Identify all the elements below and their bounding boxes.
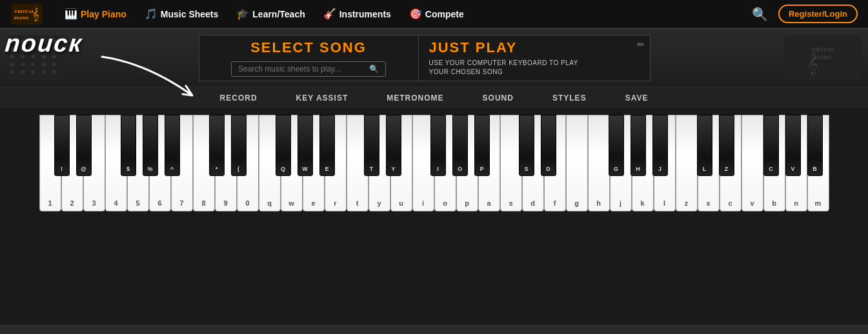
speaker-dot — [10, 39, 14, 43]
speaker-dot — [21, 47, 25, 51]
register-login-button[interactable]: Register/Login — [778, 5, 858, 23]
speaker-dot — [21, 55, 25, 59]
speaker-dot — [21, 70, 25, 74]
toolbar-sound[interactable]: SOUND — [483, 93, 514, 103]
speaker-dot — [52, 55, 56, 59]
speaker-dot — [31, 55, 35, 59]
edit-icon[interactable]: ✏ — [637, 39, 645, 50]
piano-top-bar: SELECT SONG 🔍 JUST PLAY USE YOUR COMPUTE… — [0, 28, 868, 86]
speaker-dot — [31, 39, 35, 43]
black-key[interactable]: H — [631, 115, 646, 176]
black-key[interactable]: $ — [121, 115, 136, 176]
black-key[interactable]: T — [364, 115, 379, 176]
select-song-panel[interactable]: SELECT SONG 🔍 — [199, 35, 418, 81]
black-key[interactable]: P — [474, 115, 490, 176]
search-bar[interactable]: 🔍 — [231, 61, 386, 77]
svg-text:II: II — [823, 69, 827, 74]
black-key[interactable]: B — [807, 115, 823, 176]
black-key[interactable]: ( — [231, 115, 247, 176]
speaker-dot — [52, 39, 56, 43]
white-key[interactable]: z — [676, 115, 698, 211]
black-key[interactable]: L — [697, 115, 712, 176]
nav-item-learn-teach[interactable]: 🎓 Learn/Teach — [228, 4, 312, 24]
toolbar-save[interactable]: SAVE — [625, 93, 649, 103]
music-sheets-icon: 🎵 — [145, 8, 157, 20]
svg-text:PIANO: PIANO — [14, 15, 29, 21]
black-key[interactable]: Q — [276, 115, 291, 176]
nav-item-play-piano[interactable]: 🎹 Play Piano — [57, 4, 134, 24]
nav-logo[interactable]: VIRTUAL PIANO 𝄞 — [10, 3, 44, 26]
learn-icon: 🎓 — [236, 8, 249, 20]
speaker-right: VIRTUAL PIANO 𝄞 II — [784, 35, 862, 81]
instruments-icon: 🎸 — [323, 8, 336, 20]
white-key[interactable]: v — [742, 115, 763, 211]
piano-bottom-border — [0, 325, 868, 334]
compete-icon: 🎯 — [409, 8, 422, 20]
black-key[interactable]: ^ — [165, 115, 180, 176]
nav-right: 🔍 Register/Login — [752, 5, 858, 23]
speaker-dot — [52, 63, 56, 66]
nav-item-instruments[interactable]: 🎸 Instruments — [316, 4, 399, 24]
black-key[interactable]: I — [430, 115, 446, 176]
speaker-dot — [21, 63, 25, 66]
search-bar-icon: 🔍 — [369, 64, 379, 74]
just-play-description: USE YOUR COMPUTER KEYBOARD TO PLAYYOUR C… — [429, 59, 640, 77]
black-key[interactable]: G — [609, 115, 624, 176]
toolbar-record[interactable]: RECORD — [220, 93, 257, 103]
speaker-dot — [42, 55, 46, 59]
speaker-dot — [31, 70, 35, 74]
piano-icon: 🎹 — [65, 8, 77, 20]
speaker-dot — [10, 55, 14, 59]
black-key[interactable]: D — [541, 115, 556, 176]
piano-toolbar: RECORD KEY ASSIST METRONOME SOUND STYLES… — [0, 86, 868, 110]
toolbar-key-assist[interactable]: KEY ASSIST — [296, 93, 348, 103]
black-key[interactable]: E — [319, 115, 335, 176]
speaker-dot — [52, 70, 56, 74]
black-key[interactable]: @ — [76, 115, 92, 176]
piano-keys-container: 1234567890qwertyuiopasdfghjklzxcvbnm!@$%… — [0, 110, 868, 325]
white-key[interactable]: h — [588, 115, 610, 211]
nav-item-music-sheets[interactable]: 🎵 Music Sheets — [137, 4, 226, 24]
speaker-left — [6, 35, 65, 81]
svg-text:𝄞: 𝄞 — [807, 52, 818, 75]
speaker-dot — [42, 39, 46, 43]
just-play-panel[interactable]: JUST PLAY USE YOUR COMPUTER KEYBOARD TO … — [418, 35, 651, 81]
speaker-dot — [31, 63, 35, 66]
black-keys-overlay: !@$%^*(QWETYIOPSDGHJLZCVB — [39, 115, 829, 179]
speaker-dot — [52, 47, 56, 51]
toolbar-metronome[interactable]: METRONOME — [387, 93, 443, 103]
nav-links: 🎹 Play Piano 🎵 Music Sheets 🎓 Learn/Teac… — [57, 4, 752, 24]
black-key[interactable]: S — [519, 115, 534, 176]
black-key[interactable]: C — [763, 115, 779, 176]
black-key[interactable]: O — [452, 115, 468, 176]
speaker-dot — [10, 70, 14, 74]
speaker-dot — [42, 47, 46, 51]
black-key[interactable]: W — [298, 115, 313, 176]
speaker-dot — [31, 47, 35, 51]
keys-wrapper: 1234567890qwertyuiopasdfghjklzxcvbnm!@$%… — [39, 115, 829, 224]
search-input[interactable] — [238, 64, 365, 74]
just-play-title: JUST PLAY — [429, 39, 640, 56]
black-key[interactable]: % — [143, 115, 158, 176]
svg-text:𝄞: 𝄞 — [32, 7, 39, 22]
black-key[interactable]: * — [209, 115, 225, 176]
nav-item-compete[interactable]: 🎯 Compete — [401, 4, 472, 24]
speaker-dot — [42, 63, 46, 66]
select-song-title: SELECT SONG — [250, 39, 367, 56]
logo-icon: VIRTUAL PIANO 𝄞 — [10, 3, 44, 26]
speaker-dot — [42, 70, 46, 74]
navbar: VIRTUAL PIANO 𝄞 🎹 Play Piano 🎵 Music She… — [0, 0, 868, 28]
black-key[interactable]: ! — [54, 115, 70, 176]
black-key[interactable]: Z — [719, 115, 734, 176]
logo-watermark: VIRTUAL PIANO 𝄞 II — [794, 37, 852, 79]
black-key[interactable]: V — [785, 115, 801, 176]
black-key[interactable]: J — [652, 115, 668, 176]
piano-center-controls: SELECT SONG 🔍 JUST PLAY USE YOUR COMPUTE… — [71, 35, 778, 81]
speaker-dot — [10, 47, 14, 51]
white-key[interactable]: g — [566, 115, 588, 211]
search-button[interactable]: 🔍 — [752, 6, 768, 22]
black-key[interactable]: Y — [386, 115, 401, 176]
speaker-dot — [21, 39, 25, 43]
toolbar-styles[interactable]: STYLES — [552, 93, 587, 103]
piano-container: SELECT SONG 🔍 JUST PLAY USE YOUR COMPUTE… — [0, 28, 868, 334]
